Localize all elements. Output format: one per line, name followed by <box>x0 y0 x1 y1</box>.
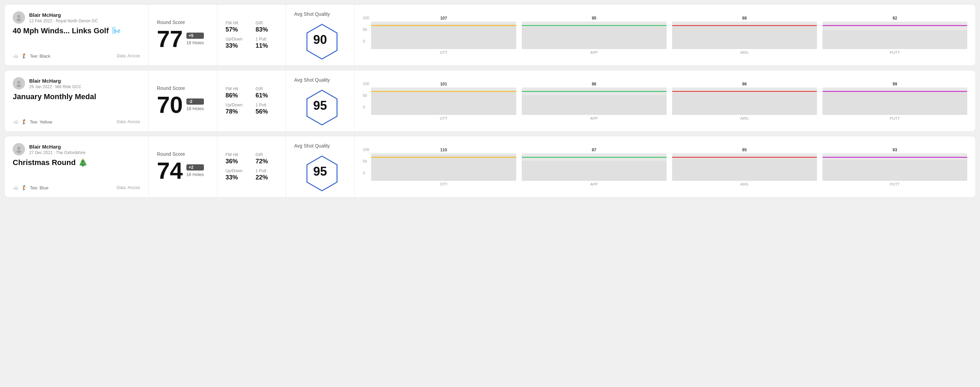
stat-gir-1: GIR 83% <box>256 21 278 33</box>
updown-value-2: 78% <box>226 108 248 115</box>
card-stats-2: FW Hit 86% GIR 61% Up/Down 78% 1 Putt 56… <box>217 70 286 132</box>
card-quality-2: Avg Shot Quality 95 <box>286 70 355 132</box>
score-label-3: Round Score <box>157 151 209 157</box>
card-stats-1: FW Hit 57% GIR 83% Up/Down 33% 1 Putt 11… <box>217 5 286 65</box>
player-date-1: 12 Feb 2022 · Royal North Devon GC <box>29 19 98 23</box>
updown-label-2: Up/Down <box>226 103 248 107</box>
stat-updown-3: Up/Down 33% <box>226 168 248 181</box>
hexagon-score-3: 95 <box>313 164 327 179</box>
oneputt-value-3: 22% <box>256 174 278 181</box>
score-details-2: -2 18 Holes <box>186 98 204 111</box>
stat-gir-3: GIR 72% <box>256 152 278 165</box>
oneputt-value-1: 11% <box>256 42 278 49</box>
tee-label-2: Tee: Yellow <box>30 119 52 125</box>
card-score-2: Round Score 70 -2 18 Holes <box>149 70 217 132</box>
avatar-3 <box>13 143 25 155</box>
gir-label-3: GIR <box>256 152 278 157</box>
score-details-1: +5 18 Holes <box>186 33 204 45</box>
stat-oneputt-1: 1 Putt 11% <box>256 37 278 49</box>
hexagon-container-3: 95 <box>294 153 346 190</box>
stat-fw-hit-3: FW Hit 36% <box>226 152 248 165</box>
stat-oneputt-3: 1 Putt 22% <box>256 168 278 181</box>
card-chart-2: 100 50 0 101 OTT 86 APP <box>355 70 975 132</box>
round-card-1[interactable]: Blair McHarg 12 Feb 2022 · Royal North D… <box>4 4 976 66</box>
gir-label-1: GIR <box>256 21 278 25</box>
stat-oneputt-2: 1 Putt 56% <box>256 103 278 115</box>
oneputt-label-1: 1 Putt <box>256 37 278 41</box>
score-main-1: 77 +5 18 Holes <box>157 27 209 51</box>
gir-value-3: 72% <box>256 158 278 165</box>
data-source-1: Data: Arccos <box>117 54 140 58</box>
player-name-3: Blair McHarg <box>29 143 86 150</box>
avatar-1 <box>13 11 25 24</box>
round-title-emoji-1: 🌬️ <box>111 26 121 35</box>
gir-label-2: GIR <box>256 86 278 91</box>
score-label-1: Round Score <box>157 19 209 25</box>
fw-hit-value-2: 86% <box>226 92 248 99</box>
round-card-3[interactable]: Blair McHarg 27 Dec 2021 · The Oxfordshi… <box>4 136 976 198</box>
player-name-1: Blair McHarg <box>29 12 98 19</box>
round-card-2[interactable]: Blair McHarg 29 Jan 2022 · Mill Ride GCC… <box>4 70 976 132</box>
card-footer-1: ☁️ 🏌️ Tee: Black Data: Arccos <box>13 53 140 59</box>
card-quality-3: Avg Shot Quality 95 <box>286 136 355 197</box>
player-info-1: Blair McHarg 12 Feb 2022 · Royal North D… <box>13 11 140 24</box>
tee-info-2: ☁️ 🏌️ Tee: Yellow <box>13 119 52 125</box>
stat-gir-2: GIR 61% <box>256 86 278 99</box>
weather-icon-1: ☁️ <box>13 53 19 59</box>
fw-hit-label-2: FW Hit <box>226 86 248 91</box>
avatar-2 <box>13 77 25 90</box>
weather-icon-2: ☁️ <box>13 119 19 125</box>
svg-point-4 <box>16 84 21 87</box>
score-badge-2: -2 <box>186 98 204 105</box>
weather-icon-3: ☁️ <box>13 185 19 190</box>
quality-label-2: Avg Shot Quality <box>294 77 330 82</box>
svg-point-3 <box>18 81 21 84</box>
golf-icon-1: 🏌️ <box>21 53 27 59</box>
updown-value-3: 33% <box>226 174 248 181</box>
player-date-2: 29 Jan 2022 · Mill Ride GCC <box>29 84 81 89</box>
card-chart-3: 100 50 0 110 OTT 87 APP <box>355 136 975 197</box>
svg-point-7 <box>16 150 21 153</box>
hexagon-1: 90 <box>303 21 337 59</box>
score-main-2: 70 -2 18 Holes <box>157 93 209 116</box>
round-title-emoji-3: 🎄 <box>78 158 88 167</box>
score-details-3: +2 18 Holes <box>186 164 204 177</box>
card-chart-1: 100 50 0 107 OTT 95 APP <box>355 5 975 65</box>
tee-info-1: ☁️ 🏌️ Tee: Black <box>13 53 51 59</box>
hexagon-container-1: 90 <box>294 21 346 59</box>
golf-icon-3: 🏌️ <box>21 185 27 190</box>
quality-label-1: Avg Shot Quality <box>294 11 330 17</box>
fw-hit-value-3: 36% <box>226 158 248 165</box>
fw-hit-label-3: FW Hit <box>226 152 248 157</box>
score-main-3: 74 +2 18 Holes <box>157 159 209 182</box>
stats-row-fw-gir-1: FW Hit 57% GIR 83% <box>226 21 277 33</box>
hexagon-2: 95 <box>303 87 337 125</box>
card-score-1: Round Score 77 +5 18 Holes <box>149 5 217 65</box>
score-holes-3: 18 Holes <box>186 172 204 177</box>
stats-row-fw-gir-3: FW Hit 36% GIR 72% <box>226 152 277 165</box>
gir-value-2: 61% <box>256 92 278 99</box>
hexagon-3: 95 <box>303 153 337 190</box>
score-holes-2: 18 Holes <box>186 106 204 111</box>
player-info-2: Blair McHarg 29 Jan 2022 · Mill Ride GCC <box>13 77 140 90</box>
stat-updown-2: Up/Down 78% <box>226 103 248 115</box>
round-title-2: January Monthly Medal <box>13 92 140 101</box>
round-title-3: Christmas Round 🎄 <box>13 158 140 167</box>
oneputt-value-2: 56% <box>256 108 278 115</box>
score-label-2: Round Score <box>157 86 209 91</box>
stats-row-updown-putt-2: Up/Down 78% 1 Putt 56% <box>226 103 277 115</box>
gir-value-1: 83% <box>256 26 278 33</box>
card-quality-1: Avg Shot Quality 90 <box>286 5 355 65</box>
stat-fw-hit-2: FW Hit 86% <box>226 86 248 99</box>
score-number-1: 77 <box>157 27 183 51</box>
card-score-3: Round Score 74 +2 18 Holes <box>149 136 217 197</box>
tee-label-1: Tee: Black <box>30 54 51 59</box>
tee-info-3: ☁️ 🏌️ Tee: Blue <box>13 185 48 190</box>
data-source-2: Data: Arccos <box>117 119 140 124</box>
updown-label-3: Up/Down <box>226 168 248 173</box>
golf-icon-2: 🏌️ <box>21 119 27 125</box>
fw-hit-value-1: 57% <box>226 26 248 33</box>
card-left-2: Blair McHarg 29 Jan 2022 · Mill Ride GCC… <box>5 70 149 132</box>
card-left-1: Blair McHarg 12 Feb 2022 · Royal North D… <box>5 5 149 65</box>
score-holes-1: 18 Holes <box>186 40 204 45</box>
